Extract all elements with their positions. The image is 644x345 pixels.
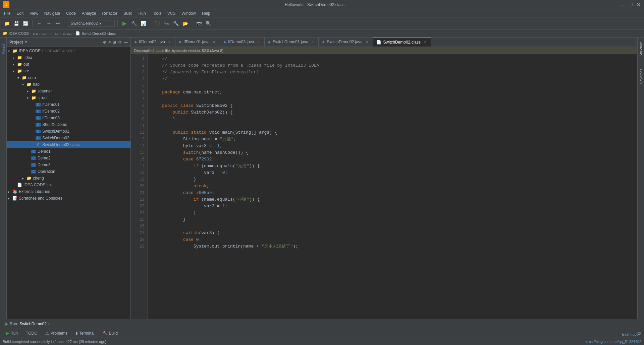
tree-item-scanner[interactable]: ▸📁scanner [7, 88, 130, 94]
menu-item-code[interactable]: Code [63, 10, 78, 16]
tab-SwitchDemo02[interactable]: ●SwitchDemo02.java× [319, 38, 373, 47]
tab-SwitchDemo01[interactable]: ●SwitchDemo01.java× [265, 38, 319, 47]
toolbar-history-button[interactable]: ↩ [54, 19, 62, 27]
bottom-url[interactable]: https://blog.csdn.net/qq_51224492 [585, 340, 641, 344]
tab-close-SwitchDemo02.class[interactable]: × [423, 40, 427, 45]
menu-item-analyze[interactable]: Analyze [79, 10, 99, 16]
sdk-button[interactable]: 🔧 [172, 19, 180, 27]
project-icon[interactable]: Project [1, 39, 6, 59]
run-tab-close-btn[interactable]: × [48, 322, 50, 326]
run-tab-run[interactable]: ▶ Run: SwitchDemo02 × [3, 321, 53, 327]
tab-IfDemo02[interactable]: ●IfDemo02.java× [131, 38, 175, 47]
minimize-button[interactable]: — [620, 2, 625, 7]
favorites-panel-label[interactable]: Favorites [638, 66, 644, 86]
coverage-button[interactable]: 📊 [139, 19, 147, 27]
project-dropdown-icon[interactable]: ▾ [25, 40, 27, 44]
menu-item-run[interactable]: Run [136, 10, 149, 16]
tree-item-zheng[interactable]: ▸📁zheng [7, 175, 130, 182]
tree-item-hao[interactable]: ▾📁hao [7, 81, 130, 88]
run-button[interactable]: ▶ [120, 19, 128, 27]
tab-close-IfDemo01[interactable]: × [212, 40, 216, 44]
tree-item-Demo2[interactable]: CDemo2 [7, 155, 130, 161]
tab-SwitchDemo02.class[interactable]: 📄SwitchDemo02.class× [373, 38, 431, 47]
build-icon: 🔨 [103, 331, 108, 336]
menu-item-vcs[interactable]: VCS [165, 10, 178, 16]
tree-item-src[interactable]: ▾📁src [7, 68, 130, 74]
tree-item-Demo3[interactable]: CDemo3 [7, 161, 130, 168]
code-container[interactable]: 1234567891011121314151617181920212223242… [131, 54, 637, 319]
structure-panel-label[interactable]: Structure [638, 39, 644, 59]
tree-item-com[interactable]: ▾📁com [7, 74, 130, 81]
tab-close-IfDemo02[interactable]: × [167, 40, 172, 44]
toolbar-sync-button[interactable]: 🔄 [21, 19, 30, 27]
breadcrumb-struct[interactable]: struct [62, 31, 71, 36]
menu-item-help[interactable]: Help [199, 10, 213, 16]
hide-icon[interactable]: — [124, 40, 128, 45]
decompiled-banner: Decompiled .class file, bytecode version… [131, 47, 637, 54]
search-button[interactable]: 🔍 [204, 19, 212, 27]
collapse-icon[interactable]: ≡ [108, 40, 111, 45]
toolbar-save-button[interactable]: 💾 [12, 19, 20, 27]
project-dropdown[interactable]: SwitchDemo02 ▾ [68, 20, 115, 27]
menu-item-view[interactable]: View [27, 10, 41, 16]
tree-item-IDEA CODE.iml[interactable]: 📄IDEA CODE.iml [7, 182, 130, 188]
code-line-10: } [152, 116, 633, 123]
menu-item-refactor[interactable]: Refactor [100, 10, 120, 16]
expand-icon[interactable]: ⊞ [113, 40, 116, 45]
build-tab[interactable]: 🔨 Build [99, 330, 121, 336]
breadcrumb-idea-code[interactable]: IDEA CODE [9, 31, 29, 36]
breadcrumb-src[interactable]: src [33, 31, 38, 36]
toolbar-back-button[interactable]: ← [35, 19, 43, 27]
line-num-28: 28 [132, 236, 145, 243]
ant-button[interactable]: 🐜 [162, 19, 170, 27]
tree-item-External Libraries[interactable]: ▸📚External Libraries [7, 188, 130, 195]
menu-item-file[interactable]: File [1, 10, 13, 16]
tree-item-IfDemo02[interactable]: CIfDemo02 [7, 108, 130, 115]
tree-item-Scratches[interactable]: ▸📝Scratches and Consoles [7, 195, 130, 202]
tree-item-idea-code[interactable]: ▾📁IDEA CODE E:\IDEA\IDEA CODE [7, 48, 130, 54]
tree-item-IfDemo01[interactable]: CIfDemo01 [7, 101, 130, 108]
tree-item-Demo1[interactable]: CDemo1 [7, 148, 130, 155]
tree-item-SwitchDemo02.class[interactable]: CSwitchDemo02.class [7, 141, 130, 148]
toolbar-forward-button[interactable]: → [45, 19, 53, 27]
locate-icon[interactable]: ⊕ [103, 40, 106, 45]
build-button[interactable]: 🔨 [130, 19, 138, 27]
settings-icon[interactable]: ⚙ [118, 40, 122, 45]
menu-item-edit[interactable]: Edit [14, 10, 26, 16]
tree-item-IfDemo03[interactable]: CIfDemo03 [7, 115, 130, 121]
tree-item-SwitchDemo01[interactable]: CSwitchDemo01 [7, 128, 130, 135]
folder-button[interactable]: 📂 [181, 19, 189, 27]
vcs-button[interactable]: 📷 [195, 19, 203, 27]
tab-close-SwitchDemo02[interactable]: × [365, 40, 369, 44]
run-tab[interactable]: ▶ Run [3, 330, 21, 336]
tab-IfDemo03[interactable]: ●IfDemo03.java× [220, 38, 265, 47]
tree-item-Operation[interactable]: COperation [7, 168, 130, 175]
tab-close-SwitchDemo01[interactable]: × [310, 40, 315, 44]
menu-item-window[interactable]: Window [179, 10, 199, 16]
breadcrumb-sep-1: › [30, 31, 32, 36]
tab-IfDemo01[interactable]: ●IfDemo01.java× [175, 38, 220, 47]
tree-item-struct[interactable]: ▾📁struct [7, 94, 130, 101]
breadcrumb-com[interactable]: com [42, 31, 49, 36]
breadcrumb-hao[interactable]: hao [52, 31, 58, 36]
close-button[interactable]: ✕ [636, 2, 641, 7]
breadcrumb-file[interactable]: 📄SwitchDemo02.class [75, 31, 116, 36]
tree-icon-IfDemo03: C [36, 116, 41, 120]
event-log-link[interactable]: Event Log [622, 332, 639, 336]
tab-close-IfDemo03[interactable]: × [256, 40, 261, 44]
code-content[interactable]: // // Source code recreated from a .clas… [148, 54, 637, 319]
toolbar-open-button[interactable]: 📁 [3, 19, 11, 27]
tree-item-SwitchDemo02[interactable]: CSwitchDemo02 [7, 135, 130, 141]
tree-item-idea[interactable]: ▸📁.idea [7, 54, 130, 61]
todo-tab[interactable]: TODO [22, 330, 41, 336]
menu-item-navigate[interactable]: Navigate [42, 10, 63, 16]
menu-item-tools[interactable]: Tools [149, 10, 164, 16]
stop-button[interactable]: ⬛ [153, 19, 161, 27]
menu-item-build[interactable]: Build [121, 10, 135, 16]
maximize-button[interactable]: ☐ [628, 2, 633, 7]
problems-tab[interactable]: ⚠ Problems [42, 330, 71, 336]
tree-item-ShunXuDemo[interactable]: CShunXuDemo [7, 121, 130, 128]
terminal-tab[interactable]: ▮ Terminal [72, 330, 98, 336]
tree-item-out[interactable]: ▸📁out [7, 61, 130, 68]
tree-icon-Demo2: C [31, 156, 36, 160]
